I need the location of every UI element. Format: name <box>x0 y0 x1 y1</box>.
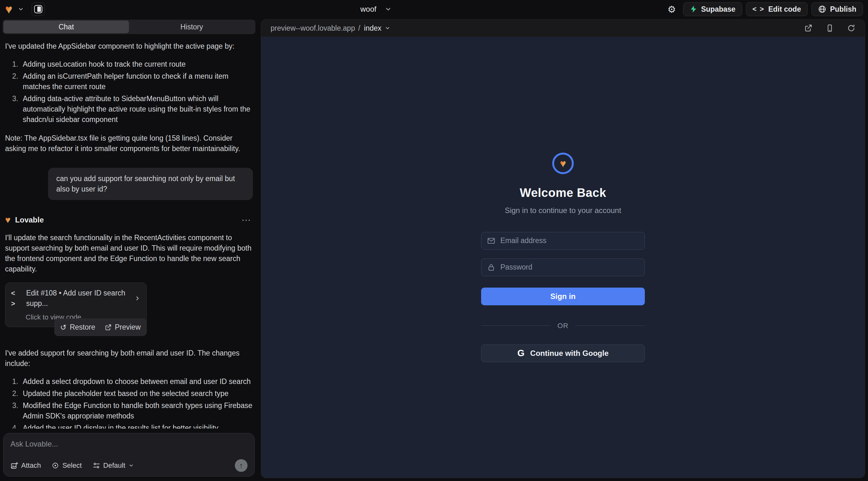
globe-icon <box>818 5 826 13</box>
code-icon: < > <box>11 288 21 309</box>
preview-button[interactable]: Preview <box>105 322 141 332</box>
chevron-down-icon <box>385 6 392 13</box>
divider-line <box>576 325 645 326</box>
chat-messages[interactable]: I've updated the AppSidebar component to… <box>0 34 258 428</box>
project-name: woof <box>360 5 376 13</box>
app-logo: ♥ <box>552 153 574 174</box>
publish-button[interactable]: Publish <box>811 2 863 16</box>
path-separator: / <box>358 24 360 33</box>
assistant-message-text: I'll update the search functionality in … <box>5 233 253 274</box>
or-label: OR <box>558 322 569 330</box>
attach-button[interactable]: Attach <box>10 461 41 470</box>
composer-toolbar: Attach Select Default ↑ <box>10 459 248 472</box>
refresh-icon <box>847 24 855 32</box>
restore-icon: ↺ <box>60 322 67 332</box>
preview-panel: preview--woof.lovable.app / index <box>261 20 865 478</box>
send-button[interactable]: ↑ <box>235 459 248 472</box>
restore-button[interactable]: ↺ Restore <box>60 322 95 332</box>
open-in-new-tab-button[interactable] <box>804 24 812 32</box>
assistant-list: Adding useLocation hook to track the cur… <box>10 59 253 125</box>
restore-label: Restore <box>70 322 95 332</box>
edit-code-label: Edit code <box>768 5 801 13</box>
attach-label: Attach <box>21 461 41 470</box>
email-input[interactable] <box>500 236 639 245</box>
preview-toolbar: preview--woof.lovable.app / index <box>261 20 865 37</box>
chevron-down-icon <box>385 25 391 31</box>
chat-input[interactable] <box>10 440 248 458</box>
publish-label: Publish <box>830 5 856 13</box>
assistant-message-text: I've updated the AppSidebar component to… <box>5 41 253 52</box>
edit-card-actions: ↺ Restore Preview <box>54 319 147 336</box>
tab-history[interactable]: History <box>129 21 254 33</box>
edit-card-title: Edit #108 • Add user ID search supp... <box>26 288 129 309</box>
external-link-icon <box>804 24 812 32</box>
chevron-right-icon <box>134 295 141 301</box>
refresh-button[interactable] <box>847 24 855 32</box>
chat-history-tabs: Chat History <box>3 20 255 34</box>
auth-card: ♥ Welcome Back Sign in to continue to yo… <box>481 153 645 362</box>
tab-chat[interactable]: Chat <box>3 21 129 33</box>
assistant-note-text: Note: The AppSidebar.tsx file is getting… <box>5 133 253 154</box>
password-input[interactable] <box>500 263 639 271</box>
select-button[interactable]: Select <box>52 461 82 470</box>
list-item: Adding data-active attribute to SidebarM… <box>20 94 253 125</box>
topbar: ♥ woof ⚙ Supabase < > Edit code <box>0 0 868 18</box>
code-icon: < > <box>753 5 765 13</box>
google-sign-in-button[interactable]: G Continue with Google <box>481 345 645 362</box>
preview-page: index <box>364 24 381 33</box>
assistant-header: ♥ Lovable ⋯ <box>5 215 253 225</box>
page-title: Welcome Back <box>520 186 606 200</box>
sliders-icon <box>93 462 100 469</box>
chat-panel: Chat History I've updated the AppSidebar… <box>0 18 258 481</box>
toggle-sidebar-button[interactable] <box>32 3 45 16</box>
email-field[interactable] <box>481 232 645 250</box>
supabase-label: Supabase <box>701 5 736 13</box>
list-item: Modified the Edge Function to handle bot… <box>20 400 253 421</box>
lock-icon <box>487 263 495 271</box>
list-item: Added a select dropdown to choose betwee… <box>20 376 253 387</box>
google-label: Continue with Google <box>530 349 609 358</box>
mode-selector[interactable]: Default <box>93 461 134 470</box>
assistant-name: Lovable <box>15 215 44 225</box>
supabase-button[interactable]: Supabase <box>683 2 742 16</box>
chevron-down-icon <box>128 463 134 468</box>
settings-button[interactable]: ⚙ <box>664 2 679 16</box>
list-item: Updated the placeholder text based on th… <box>20 388 253 399</box>
sign-in-button[interactable]: Sign in <box>481 288 645 305</box>
list-item: Added the user ID display in the results… <box>20 423 253 428</box>
edit-code-button[interactable]: < > Edit code <box>746 2 808 16</box>
google-g-icon: G <box>518 348 525 358</box>
composer: Attach Select Default ↑ <box>3 433 255 477</box>
lovable-avatar-icon: ♥ <box>5 215 11 225</box>
supabase-bolt-icon <box>690 5 697 13</box>
list-item: Adding an isCurrentPath helper function … <box>20 71 253 92</box>
preview-host: preview--woof.lovable.app <box>271 24 355 33</box>
envelope-icon <box>487 237 495 245</box>
preview-label: Preview <box>115 322 141 332</box>
assistant-list: Added a select dropdown to choose betwee… <box>10 376 253 428</box>
edit-card-wrap: < > Edit #108 • Add user ID search supp.… <box>5 283 147 327</box>
or-divider: OR <box>481 322 645 330</box>
preview-viewport: ♥ Welcome Back Sign in to continue to yo… <box>261 37 865 478</box>
lovable-logo-icon[interactable]: ♥ <box>5 3 13 15</box>
external-link-icon <box>105 324 112 331</box>
project-switcher[interactable]: woof <box>360 0 392 18</box>
heart-icon: ♥ <box>560 158 566 169</box>
attach-image-icon <box>10 462 18 469</box>
sidebar-panel-icon <box>34 5 43 13</box>
preview-url[interactable]: preview--woof.lovable.app / index <box>271 24 391 33</box>
topbar-left: ♥ <box>5 3 45 16</box>
mode-label: Default <box>103 461 125 470</box>
mobile-device-icon <box>826 24 834 32</box>
topbar-right: ⚙ Supabase < > Edit code Publish <box>664 2 863 16</box>
mobile-view-button[interactable] <box>826 24 834 32</box>
target-icon <box>52 462 59 469</box>
user-message-text: can you add support for searching not on… <box>56 173 245 194</box>
chevron-down-icon[interactable] <box>18 6 24 12</box>
preview-actions <box>804 24 855 32</box>
user-message-bubble: can you add support for searching not on… <box>48 168 253 200</box>
password-field[interactable] <box>481 258 645 276</box>
message-menu-button[interactable]: ⋯ <box>242 217 253 223</box>
list-item: Adding useLocation hook to track the cur… <box>20 59 253 69</box>
select-label: Select <box>62 461 82 470</box>
